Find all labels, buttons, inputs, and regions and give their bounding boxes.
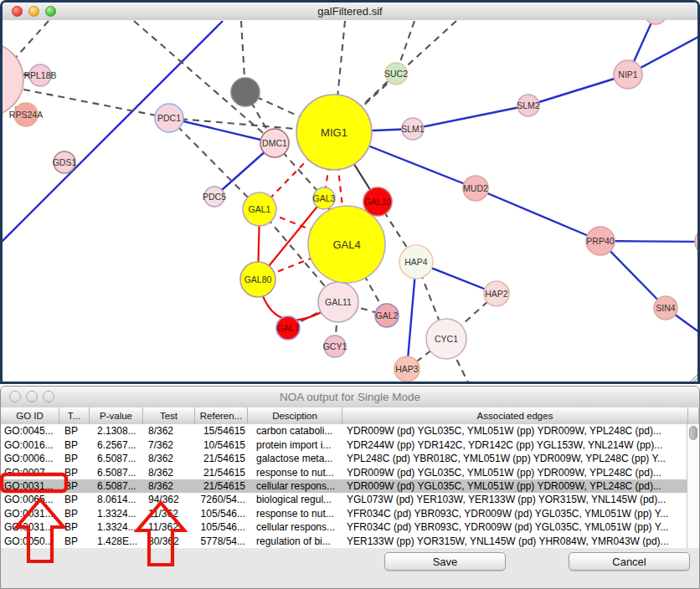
table-row[interactable]: GO:0006...BP6.5087...8/36221/54615galact… bbox=[1, 452, 688, 465]
table-cell: 8/362 bbox=[143, 480, 195, 492]
graph-node-label: SLM1 bbox=[401, 124, 425, 134]
column-header-referen-[interactable]: Referen... bbox=[195, 407, 248, 424]
column-header-test[interactable]: Test bbox=[143, 407, 195, 424]
vertical-scrollbar[interactable] bbox=[687, 424, 699, 548]
table-cell: 1.3324... bbox=[90, 508, 143, 520]
table-cell: regulation of bi... bbox=[248, 535, 342, 547]
table-row[interactable]: GO:0065...BP8.0614...94/3627260/54...bio… bbox=[1, 493, 688, 506]
graph-node-label: GAL10 bbox=[364, 197, 392, 207]
table-cell: BP bbox=[59, 535, 90, 547]
screenshot-root: galFiltered.sif RPL18BRPS24AGDS1PDC1DMC1… bbox=[0, 0, 700, 589]
table-cell: 21/54615 bbox=[195, 480, 248, 492]
scrollbar-thumb[interactable] bbox=[689, 426, 697, 440]
column-header-t-[interactable]: T... bbox=[59, 407, 90, 424]
table-row[interactable]: GO:0016...BP6.2567...7/36210/54615protei… bbox=[1, 438, 688, 451]
graph-node-label: MSL1 bbox=[697, 237, 697, 247]
column-header-associated-edges[interactable]: Associated edges bbox=[342, 407, 688, 424]
table-cell: BP bbox=[59, 425, 90, 437]
table-cell: GO:0006... bbox=[1, 453, 59, 464]
network-canvas[interactable]: RPL18BRPS24AGDS1PDC1DMC1MIG1SUC2NIP1SLM2… bbox=[3, 20, 697, 382]
table-cell: cellular respons... bbox=[248, 480, 342, 492]
results-table-body: GO:0045...BP2.1308...8/36215/54615carbon… bbox=[1, 424, 688, 548]
cancel-button[interactable]: Cancel bbox=[569, 552, 690, 571]
table-cell: 8/362 bbox=[143, 467, 195, 479]
graph-node-label: GAL1 bbox=[249, 204, 271, 214]
graph-node-label: PDC1 bbox=[157, 113, 181, 123]
table-cell: 11/362 bbox=[143, 521, 195, 533]
graph-node-label: SUC2 bbox=[384, 69, 408, 79]
table-row[interactable]: GO:0031...BP1.3324...11/362105/546...cel… bbox=[1, 520, 688, 534]
network-window-title: galFiltered.sif bbox=[3, 5, 697, 18]
table-row[interactable]: GO:0007...BP6.5087...8/36221/54615respon… bbox=[1, 465, 688, 479]
table-cell: 1.3324... bbox=[90, 521, 143, 533]
table-cell: 105/546... bbox=[195, 521, 248, 533]
table-cell: 8/362 bbox=[143, 453, 195, 464]
column-header-p-value[interactable]: P-value bbox=[90, 407, 143, 424]
table-cell: 8/362 bbox=[143, 425, 195, 437]
resize-grip-icon[interactable] bbox=[688, 374, 697, 382]
table-cell: response to nut... bbox=[248, 467, 342, 479]
table-cell: YDR244W (pp) YDR142C, YDR142C (pp) YGL15… bbox=[342, 439, 688, 451]
graph-node-label: HAP3 bbox=[395, 364, 419, 374]
graph-node-label: MIG1 bbox=[321, 126, 347, 139]
table-cell: GO:0031... bbox=[1, 508, 59, 520]
table-row[interactable]: GO:0031...BP1.3324...11/362105/546...res… bbox=[1, 507, 688, 520]
table-cell: BP bbox=[59, 453, 90, 464]
table-cell: BP bbox=[59, 521, 90, 533]
table-cell: response to nut... bbox=[248, 508, 342, 520]
graph-node-label: GAL7 bbox=[277, 323, 300, 333]
table-cell: cellular respons... bbox=[248, 521, 342, 533]
save-button[interactable]: Save bbox=[384, 552, 506, 571]
graph-node-label: GAL4 bbox=[332, 238, 360, 251]
noa-window: NOA output for Single Mode GO IDT...P-va… bbox=[0, 386, 700, 589]
column-header-desciption[interactable]: Desciption bbox=[248, 407, 342, 424]
results-table-header: GO IDT...P-valueTestReferen...Desciption… bbox=[1, 407, 699, 425]
table-cell: 15/54615 bbox=[195, 425, 248, 437]
network-window-titlebar[interactable]: galFiltered.sif bbox=[3, 3, 697, 21]
table-row[interactable]: GO:0045...BP2.1308...8/36215/54615carbon… bbox=[1, 424, 688, 438]
table-cell: 21/54615 bbox=[195, 453, 248, 464]
graph-node-label: RPS24A bbox=[9, 110, 43, 120]
table-cell: 6.5087... bbox=[90, 453, 143, 464]
table-cell: YPL248C (pd) YBR018C, YML051W (pp) YDR00… bbox=[342, 453, 688, 464]
table-cell: 10/54615 bbox=[195, 439, 248, 451]
table-cell: 5778/54... bbox=[195, 535, 248, 547]
table-cell: 6.2567... bbox=[90, 439, 143, 451]
table-cell: 7260/54... bbox=[195, 494, 248, 505]
noa-window-titlebar[interactable]: NOA output for Single Mode bbox=[1, 387, 699, 408]
table-cell: biological regul... bbox=[248, 494, 342, 505]
graph-node-label: HAP2 bbox=[485, 289, 508, 299]
graph-node-label: MUD2 bbox=[463, 183, 488, 193]
graph-node-unlabeled[interactable] bbox=[231, 78, 260, 106]
graph-edge bbox=[23, 90, 169, 118]
table-cell: galactose meta... bbox=[248, 453, 342, 464]
table-cell: GO:0016... bbox=[1, 439, 59, 451]
graph-edge bbox=[476, 188, 600, 241]
table-cell: BP bbox=[59, 494, 90, 505]
graph-node-label: SIN4 bbox=[656, 303, 676, 313]
table-cell: 6.5087... bbox=[90, 480, 143, 492]
table-row[interactable]: GO:0031...BP6.5087...8/36221/54615cellul… bbox=[1, 479, 688, 493]
column-header-spacer bbox=[688, 407, 699, 424]
table-cell: GO:0065... bbox=[1, 494, 59, 505]
table-cell: YDR009W (pd) YGL035C, YML051W (pp) YDR00… bbox=[342, 480, 688, 492]
graph-edge bbox=[413, 105, 528, 129]
table-cell: YGL073W (pd) YER103W, YER133W (pp) YOR31… bbox=[342, 494, 688, 505]
graph-node-label: CYC1 bbox=[435, 334, 458, 344]
graph-node-label: DMC1 bbox=[262, 138, 287, 148]
graph-node-label: PDC5 bbox=[203, 192, 226, 202]
table-cell: YDR009W (pd) YGL035C, YML051W (pp) YDR00… bbox=[342, 467, 688, 479]
table-cell: GO:0045... bbox=[1, 425, 59, 437]
table-cell: BP bbox=[59, 439, 90, 451]
graph-node-label: HAP4 bbox=[404, 257, 428, 267]
table-row[interactable]: GO:0050...BP1.428E...80/3625778/54...reg… bbox=[1, 535, 688, 548]
graph-node-label: GAL11 bbox=[325, 297, 352, 307]
network-canvas-svg: RPL18BRPS24AGDS1PDC1DMC1MIG1SUC2NIP1SLM2… bbox=[3, 20, 697, 382]
table-cell: 105/546... bbox=[195, 508, 248, 520]
graph-node-unlabeled[interactable] bbox=[645, 20, 667, 24]
graph-node-label: SLM2 bbox=[517, 100, 540, 110]
table-cell: 8.0614... bbox=[90, 494, 143, 505]
table-cell: YFR034C (pd) YBR093C, YDR009W (pd) YGL03… bbox=[342, 508, 688, 520]
column-header-go-id[interactable]: GO ID bbox=[1, 407, 59, 424]
table-cell: 11/362 bbox=[143, 508, 195, 520]
